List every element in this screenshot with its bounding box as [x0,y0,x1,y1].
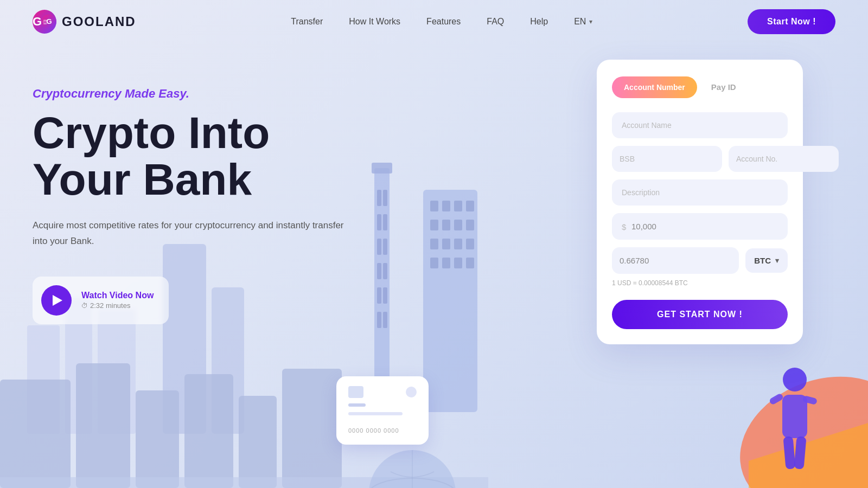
svg-rect-36 [454,239,462,249]
svg-rect-32 [454,220,462,230]
svg-point-50 [369,478,456,488]
person-illustration [754,352,819,488]
svg-rect-38 [430,258,438,268]
svg-rect-35 [442,239,450,249]
logo-icon: G [33,10,56,34]
get-start-button[interactable]: GET START NOW ! [612,300,788,329]
svg-point-49 [369,450,456,488]
svg-rect-25 [423,190,477,412]
svg-rect-37 [466,239,474,249]
svg-rect-6 [27,325,60,434]
svg-text:G: G [46,17,52,25]
hero-title-line1: Crypto Into [33,108,270,157]
hero-content: Cryptocurrency Made Easy. Crypto Into Yo… [33,65,412,324]
svg-rect-57 [794,436,806,469]
form-tabs: Account Number Pay ID [612,76,788,98]
svg-rect-34 [430,239,438,249]
amount-row: $ [612,213,788,240]
svg-rect-8 [98,309,136,434]
svg-rect-44 [136,390,179,488]
card-chip [348,386,363,398]
logo-svg: G [42,10,56,34]
chevron-down-icon: ▾ [775,256,779,265]
hero-title-line2: Your Bank [33,155,252,204]
svg-rect-48 [0,477,488,488]
nav-link-help[interactable]: Help [530,17,548,27]
svg-rect-41 [466,258,474,268]
svg-rect-27 [442,201,450,211]
language-selector[interactable]: EN ▾ [574,17,592,27]
play-button[interactable] [41,285,72,316]
nav-link-how-it-works[interactable]: How It Works [349,17,400,27]
card-dot [406,387,417,397]
logo[interactable]: G GOOLAND [33,10,136,34]
account-no-input[interactable] [729,146,839,172]
form-panel: Account Number Pay ID $ 0.66780 BTC ▾ 1 … [597,60,803,344]
description-input[interactable] [612,179,788,206]
watch-duration: 2:32 minutes [81,301,154,310]
svg-rect-40 [454,258,462,268]
svg-rect-53 [782,395,807,438]
watch-text: Watch Video Now 2:32 minutes [81,291,154,310]
hero-title: Crypto Into Your Bank [33,110,412,203]
svg-rect-28 [454,201,462,211]
tab-account-number[interactable]: Account Number [612,76,697,98]
amount-input[interactable] [612,213,788,240]
chevron-down-icon: ▾ [589,18,592,25]
hero-subtitle: Cryptocurrency Made Easy. [33,87,412,101]
svg-rect-47 [282,369,342,488]
svg-rect-33 [466,220,474,230]
svg-rect-45 [184,374,233,488]
watch-title: Watch Video Now [81,291,154,300]
logo-text: GOOLAND [62,14,136,29]
watch-video-box[interactable]: Watch Video Now 2:32 minutes [33,277,169,324]
svg-rect-43 [76,363,130,488]
svg-rect-42 [0,380,71,488]
nav-link-faq[interactable]: FAQ [487,17,504,27]
account-name-input[interactable] [612,112,788,138]
svg-rect-29 [466,201,474,211]
svg-rect-54 [769,393,784,405]
start-now-button[interactable]: Start Now ! [748,9,835,34]
nav-link-transfer[interactable]: Transfer [291,17,323,27]
card-number: 0000 0000 0000 [348,427,399,434]
svg-point-52 [783,368,807,391]
hero-section: Cryptocurrency Made Easy. Crypto Into Yo… [0,43,868,488]
hero-description: Acquire most competitive rates for your … [33,218,347,249]
bsb-input[interactable] [612,146,722,172]
tab-pay-id[interactable]: Pay ID [703,76,745,98]
svg-rect-56 [783,436,795,469]
svg-rect-46 [239,396,277,488]
amount-prefix: $ [622,222,626,231]
crypto-currency-label: BTC [754,256,771,265]
card-bar-1 [348,403,366,407]
nav-link-features[interactable]: Features [426,17,461,27]
svg-rect-39 [442,258,450,268]
svg-rect-31 [442,220,450,230]
crypto-value: 0.66780 [612,247,739,274]
crypto-currency-select[interactable]: BTC ▾ [745,248,788,273]
navbar: G GOOLAND Transfer How It Works Features… [0,0,868,43]
crypto-row: 0.66780 BTC ▾ [612,247,788,274]
person-svg [754,352,819,488]
credit-card-widget: 0000 0000 0000 [336,376,429,445]
nav-links: Transfer How It Works Features FAQ Help … [291,17,592,27]
exchange-rate: 1 USD = 0.00008544 BTC [612,279,788,287]
svg-rect-26 [430,201,438,211]
card-bar-2 [348,412,403,415]
bsb-account-row [612,146,788,172]
svg-rect-30 [430,220,438,230]
